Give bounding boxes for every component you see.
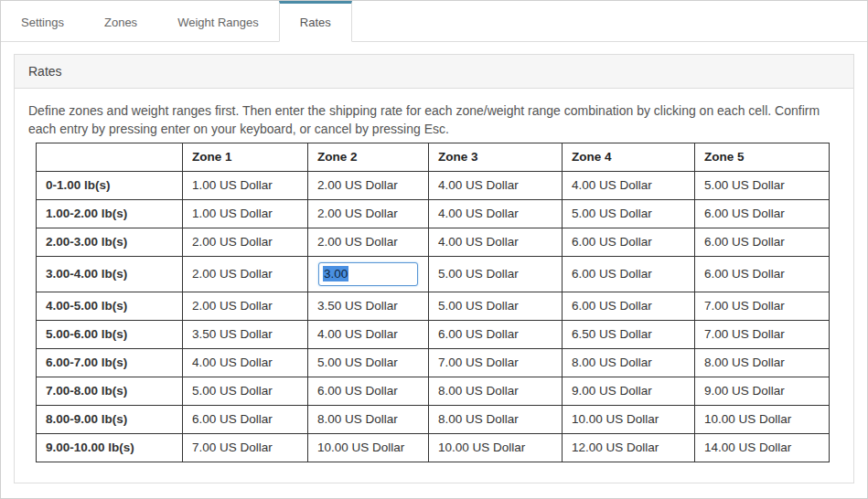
weight-range-label: 4.00-5.00 lb(s) — [37, 292, 183, 320]
rate-cell[interactable]: 4.00 US Dollar — [183, 348, 308, 377]
rate-cell[interactable]: 4.00 US Dollar — [429, 228, 563, 256]
rate-cell[interactable]: 2.00 US Dollar — [183, 256, 308, 292]
rate-cell[interactable]: 7.00 US Dollar — [695, 292, 830, 320]
rate-cell[interactable]: 3.00 — [308, 256, 429, 292]
rate-cell[interactable]: 6.00 US Dollar — [308, 377, 429, 405]
rate-cell[interactable]: 9.00 US Dollar — [563, 377, 695, 405]
rate-cell[interactable]: 4.00 US Dollar — [429, 171, 563, 199]
rate-cell[interactable]: 12.00 US Dollar — [563, 433, 695, 462]
rate-cell[interactable]: 1.00 US Dollar — [183, 199, 308, 228]
rate-cell[interactable]: 2.00 US Dollar — [308, 171, 429, 199]
rate-cell[interactable]: 7.00 US Dollar — [429, 348, 563, 377]
weight-range-label: 5.00-6.00 lb(s) — [37, 320, 183, 348]
rate-cell[interactable]: 14.00 US Dollar — [695, 433, 830, 462]
weight-range-label: 7.00-8.00 lb(s) — [37, 377, 183, 405]
rate-cell[interactable]: 6.00 US Dollar — [563, 256, 695, 292]
rate-cell[interactable]: 7.00 US Dollar — [183, 433, 308, 462]
rate-cell[interactable]: 5.00 US Dollar — [695, 171, 830, 199]
corner-header-cell — [37, 143, 183, 171]
tab-bar: Settings Zones Weight Ranges Rates — [1, 1, 867, 42]
weight-range-label: 3.00-4.00 lb(s) — [37, 256, 183, 292]
rate-cell[interactable]: 1.00 US Dollar — [183, 171, 308, 199]
weight-range-label: 2.00-3.00 lb(s) — [37, 228, 183, 256]
table-row: 0-1.00 lb(s)1.00 US Dollar2.00 US Dollar… — [37, 171, 830, 199]
rate-cell[interactable]: 5.00 US Dollar — [308, 348, 429, 377]
rate-cell[interactable]: 4.00 US Dollar — [308, 320, 429, 348]
rate-cell[interactable]: 8.00 US Dollar — [563, 348, 695, 377]
page: Settings Zones Weight Ranges Rates Rates… — [0, 0, 868, 499]
rate-cell[interactable]: 9.00 US Dollar — [695, 377, 830, 405]
table-header-row: Zone 1 Zone 2 Zone 3 Zone 4 Zone 5 — [37, 143, 830, 171]
rate-cell[interactable]: 8.00 US Dollar — [429, 405, 563, 433]
rates-table: Zone 1 Zone 2 Zone 3 Zone 4 Zone 5 0-1.0… — [36, 143, 830, 462]
rate-cell[interactable]: 10.00 US Dollar — [695, 405, 830, 433]
weight-range-label: 6.00-7.00 lb(s) — [37, 348, 183, 377]
rate-cell[interactable]: 10.00 US Dollar — [429, 433, 563, 462]
table-row: 9.00-10.00 lb(s)7.00 US Dollar10.00 US D… — [37, 433, 830, 462]
rate-cell[interactable]: 8.00 US Dollar — [429, 377, 563, 405]
rate-cell[interactable]: 5.00 US Dollar — [429, 256, 563, 292]
weight-range-label: 9.00-10.00 lb(s) — [37, 433, 183, 462]
weight-range-label: 0-1.00 lb(s) — [37, 171, 183, 199]
rate-cell[interactable]: 7.00 US Dollar — [695, 320, 830, 348]
column-header-zone-3: Zone 3 — [429, 143, 563, 171]
table-row: 4.00-5.00 lb(s)2.00 US Dollar3.50 US Dol… — [37, 292, 830, 320]
rate-cell[interactable]: 3.50 US Dollar — [183, 320, 308, 348]
rate-cell[interactable]: 6.00 US Dollar — [695, 228, 830, 256]
rate-cell[interactable]: 6.00 US Dollar — [563, 292, 695, 320]
rate-cell[interactable]: 6.50 US Dollar — [563, 320, 695, 348]
rate-cell[interactable]: 10.00 US Dollar — [308, 433, 429, 462]
table-row: 6.00-7.00 lb(s)4.00 US Dollar5.00 US Dol… — [37, 348, 830, 377]
instructions-text: Define zones and weight ranges first. Th… — [28, 102, 835, 139]
rate-cell[interactable]: 8.00 US Dollar — [695, 348, 830, 377]
rate-cell[interactable]: 2.00 US Dollar — [308, 228, 429, 256]
rates-panel: Rates Define zones and weight ranges fir… — [14, 54, 854, 483]
column-header-zone-5: Zone 5 — [695, 143, 830, 171]
tab-rates[interactable]: Rates — [279, 1, 352, 42]
rate-cell[interactable]: 6.00 US Dollar — [563, 228, 695, 256]
rate-cell[interactable]: 4.00 US Dollar — [563, 171, 695, 199]
panel-title: Rates — [15, 55, 853, 89]
table-row: 8.00-9.00 lb(s)6.00 US Dollar8.00 US Dol… — [37, 405, 830, 433]
tab-settings[interactable]: Settings — [1, 1, 84, 41]
rate-cell[interactable]: 6.00 US Dollar — [695, 256, 830, 292]
column-header-zone-4: Zone 4 — [563, 143, 695, 171]
tab-zones[interactable]: Zones — [84, 1, 157, 41]
table-row: 3.00-4.00 lb(s)2.00 US Dollar3.005.00 US… — [37, 256, 830, 292]
rate-cell[interactable]: 5.00 US Dollar — [429, 292, 563, 320]
table-row: 7.00-8.00 lb(s)5.00 US Dollar6.00 US Dol… — [37, 377, 830, 405]
column-header-zone-1: Zone 1 — [183, 143, 308, 171]
weight-range-label: 1.00-2.00 lb(s) — [37, 199, 183, 228]
weight-range-label: 8.00-9.00 lb(s) — [37, 405, 183, 433]
rate-cell[interactable]: 6.00 US Dollar — [695, 199, 830, 228]
table-row: 5.00-6.00 lb(s)3.50 US Dollar4.00 US Dol… — [37, 320, 830, 348]
rate-cell[interactable]: 5.00 US Dollar — [563, 199, 695, 228]
rate-cell[interactable]: 5.00 US Dollar — [183, 377, 308, 405]
rate-cell[interactable]: 10.00 US Dollar — [563, 405, 695, 433]
column-header-zone-2: Zone 2 — [308, 143, 429, 171]
rate-cell[interactable]: 6.00 US Dollar — [183, 405, 308, 433]
rate-cell[interactable]: 2.00 US Dollar — [183, 292, 308, 320]
rate-cell[interactable]: 4.00 US Dollar — [429, 199, 563, 228]
rate-cell[interactable]: 3.50 US Dollar — [308, 292, 429, 320]
rate-input[interactable]: 3.00 — [318, 262, 418, 286]
rate-input-selected-text: 3.00 — [323, 266, 348, 281]
tab-weight-ranges[interactable]: Weight Ranges — [157, 1, 279, 41]
rate-cell[interactable]: 8.00 US Dollar — [308, 405, 429, 433]
panel-body: Define zones and weight ranges first. Th… — [15, 89, 853, 483]
rates-table-body: 0-1.00 lb(s)1.00 US Dollar2.00 US Dollar… — [37, 171, 830, 462]
table-row: 2.00-3.00 lb(s)2.00 US Dollar2.00 US Dol… — [37, 228, 830, 256]
rate-cell[interactable]: 2.00 US Dollar — [183, 228, 308, 256]
table-row: 1.00-2.00 lb(s)1.00 US Dollar2.00 US Dol… — [37, 199, 830, 228]
rate-cell[interactable]: 2.00 US Dollar — [308, 199, 429, 228]
rate-cell[interactable]: 6.00 US Dollar — [429, 320, 563, 348]
